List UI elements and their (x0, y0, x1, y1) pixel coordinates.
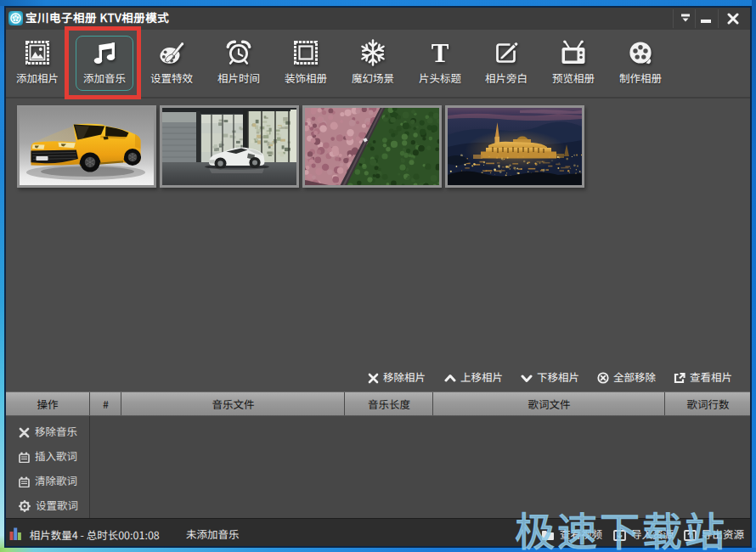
svg-text:T: T (432, 40, 449, 65)
